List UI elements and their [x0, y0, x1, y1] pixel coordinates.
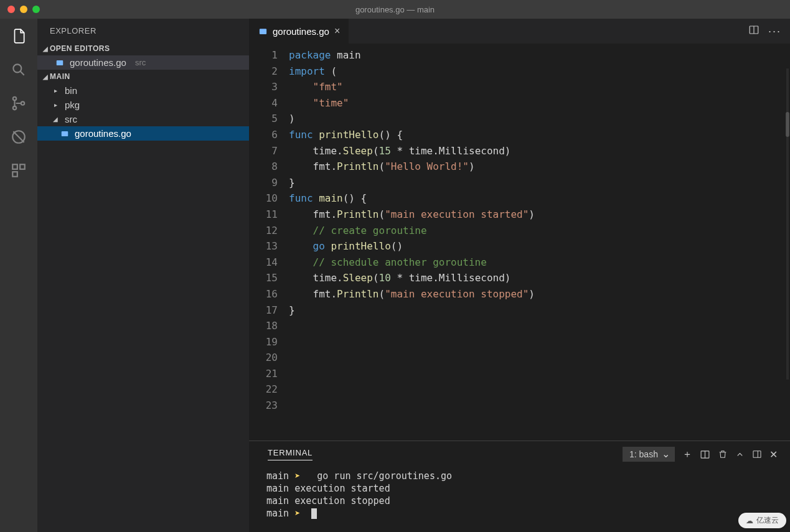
svg-point-0: [13, 64, 21, 72]
workspace-label: MAIN: [50, 72, 70, 81]
open-editors-header[interactable]: ◢ OPEN EDITORS: [37, 42, 249, 55]
terminal-selector[interactable]: 1: bash: [623, 447, 675, 462]
chevron-right-icon: ▸: [51, 101, 60, 108]
folder-name: pkg: [65, 100, 80, 110]
search-icon[interactable]: [10, 61, 27, 78]
terminal-panel: TERMINAL 1: bash ＋: [249, 441, 790, 532]
watermark: ☁ 亿速云: [738, 513, 786, 528]
svg-point-1: [13, 97, 16, 100]
titlebar: goroutines.go — main: [0, 0, 790, 19]
collapse-icon[interactable]: [735, 450, 745, 459]
zoom-window-button[interactable]: [32, 6, 40, 13]
extensions-icon[interactable]: [10, 162, 27, 179]
folder-name: src: [65, 114, 77, 124]
svg-rect-10: [259, 29, 266, 34]
chevron-down-icon: ◢: [51, 116, 60, 123]
svg-rect-13: [753, 451, 761, 458]
explorer-sidebar: EXPLORER ◢ OPEN EDITORS goroutines.gosrc…: [37, 19, 249, 532]
chevron-right-icon: ▸: [51, 87, 60, 94]
file-dir: src: [135, 58, 146, 67]
folder-name: bin: [65, 85, 77, 96]
file-name: goroutines.go: [75, 128, 131, 139]
window-title: goroutines.go — main: [355, 5, 435, 14]
file-item[interactable]: goroutines.go: [37, 126, 249, 141]
close-tab-icon[interactable]: ×: [334, 26, 340, 37]
terminal-header: TERMINAL 1: bash ＋: [249, 441, 790, 467]
tab-label: goroutines.go: [273, 26, 329, 37]
chevron-down-icon: ◢: [41, 73, 50, 80]
maximize-icon[interactable]: [752, 449, 762, 459]
svg-point-3: [21, 101, 24, 105]
minimize-window-button[interactable]: [20, 6, 27, 13]
svg-point-2: [13, 106, 16, 110]
svg-rect-9: [62, 131, 68, 136]
folder-item[interactable]: ▸bin: [37, 83, 249, 98]
window-controls: [0, 6, 40, 13]
svg-rect-8: [57, 60, 63, 65]
watermark-icon: ☁: [746, 516, 753, 525]
debug-icon[interactable]: [10, 128, 27, 146]
editor-actions: ···: [748, 19, 790, 44]
line-numbers: 1234567891011121314151617181920212223: [249, 47, 289, 441]
terminal-title[interactable]: TERMINAL: [268, 448, 313, 460]
workspace-header[interactable]: ◢ MAIN: [37, 70, 249, 83]
go-file-icon: [258, 26, 268, 36]
sidebar-title: EXPLORER: [37, 19, 249, 42]
open-editor-item[interactable]: goroutines.gosrc: [37, 55, 249, 70]
svg-rect-6: [20, 164, 25, 169]
close-window-button[interactable]: [7, 6, 15, 13]
open-editors-label: OPEN EDITORS: [50, 44, 110, 53]
svg-rect-5: [12, 164, 17, 169]
go-file-icon: [60, 129, 70, 139]
activity-bar: [0, 19, 37, 532]
code-content[interactable]: package mainimport ( "fmt" "time")func p…: [289, 47, 790, 441]
editor-tabs: goroutines.go × ···: [249, 19, 790, 44]
tab-goroutines[interactable]: goroutines.go ×: [249, 19, 349, 44]
editor-area: goroutines.go × ··· 12345678910111213141…: [249, 19, 790, 532]
split-editor-icon[interactable]: [748, 24, 759, 38]
file-name: goroutines.go: [70, 57, 126, 68]
more-icon[interactable]: ···: [768, 25, 781, 38]
code-editor[interactable]: 1234567891011121314151617181920212223 pa…: [249, 44, 790, 441]
folder-item[interactable]: ▸pkg: [37, 98, 249, 112]
close-panel-icon[interactable]: ✕: [769, 449, 778, 460]
chevron-down-icon: ◢: [41, 45, 50, 52]
new-terminal-icon[interactable]: ＋: [682, 448, 692, 461]
files-icon[interactable]: [10, 27, 27, 45]
split-terminal-icon[interactable]: [700, 449, 710, 460]
kill-terminal-icon[interactable]: [718, 449, 728, 459]
folder-item[interactable]: ◢src: [37, 112, 249, 126]
terminal-output[interactable]: main ➤ go run src/goroutines.gomain exec…: [249, 467, 790, 532]
go-file-icon: [55, 58, 65, 68]
source-control-icon[interactable]: [10, 95, 27, 112]
editor-scrollbar-thumb[interactable]: [786, 112, 789, 137]
main-area: EXPLORER ◢ OPEN EDITORS goroutines.gosrc…: [0, 19, 790, 532]
watermark-text: 亿速云: [756, 515, 779, 526]
svg-rect-7: [12, 172, 17, 177]
